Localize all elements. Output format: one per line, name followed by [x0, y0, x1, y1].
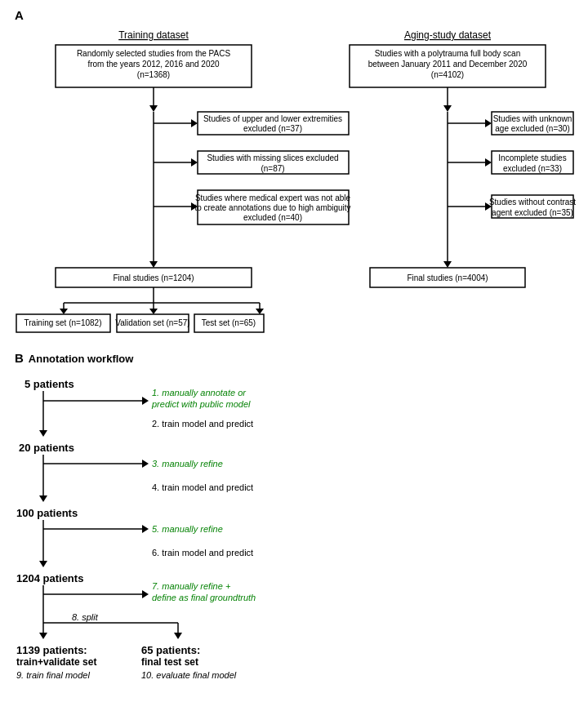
svg-text:Studies with missing slices ex: Studies with missing slices excluded [207, 153, 338, 162]
svg-marker-87 [142, 525, 149, 533]
svg-text:(n=87): (n=87) [261, 164, 284, 173]
svg-marker-95 [142, 590, 149, 598]
svg-text:Validation set (n=57): Validation set (n=57) [115, 318, 189, 327]
svg-text:Test set (n=65): Test set (n=65) [202, 318, 256, 327]
svg-text:Incomplete studies: Incomplete studies [498, 153, 566, 162]
svg-text:1204 patients: 1204 patients [16, 572, 83, 584]
svg-marker-55 [485, 158, 492, 167]
svg-text:4. train model and predict: 4. train model and predict [152, 482, 253, 492]
svg-text:8. split: 8. split [72, 612, 99, 622]
section-b-label: B [15, 351, 24, 365]
svg-text:(n=1368): (n=1368) [137, 70, 170, 79]
svg-text:excluded (n=37): excluded (n=37) [243, 124, 302, 133]
svg-text:100 patients: 100 patients [16, 507, 78, 519]
svg-marker-50 [485, 119, 492, 127]
svg-text:Randomly selected studies from: Randomly selected studies from the PACS [77, 49, 231, 58]
annotation-workflow-title: Annotation workflow [29, 353, 134, 365]
svg-text:agent excluded (n=35): agent excluded (n=35) [492, 208, 573, 217]
svg-text:(n=4102): (n=4102) [431, 70, 464, 79]
svg-marker-74 [39, 430, 47, 437]
svg-marker-39 [256, 309, 264, 314]
svg-text:10. evaluate final model: 10. evaluate final model [141, 670, 237, 680]
section-a-label: A [15, 8, 24, 22]
svg-text:Training set (n=1082): Training set (n=1082) [24, 318, 102, 327]
svg-marker-79 [142, 460, 149, 468]
flowchart-a: Training dataset Aging-study dataset Ran… [15, 27, 577, 341]
svg-text:65 patients:: 65 patients: [141, 644, 200, 656]
svg-text:Studies with unknown: Studies with unknown [493, 114, 572, 123]
svg-text:1. manually annotate or: 1. manually annotate or [152, 388, 247, 398]
svg-text:7. manually refine +: 7. manually refine + [152, 581, 231, 591]
svg-text:3. manually refine: 3. manually refine [152, 459, 223, 469]
svg-text:from the years 2012, 2016 and : from the years 2012, 2016 and 2020 [87, 60, 220, 69]
svg-marker-104 [174, 633, 182, 639]
svg-text:excluded  (n=40): excluded (n=40) [243, 213, 302, 222]
svg-marker-70 [142, 397, 149, 405]
svg-marker-14 [191, 119, 198, 127]
svg-marker-11 [149, 105, 158, 112]
svg-text:Final studies (n=4004): Final studies (n=4004) [407, 273, 488, 282]
svg-text:6. train model and predict: 6. train model and predict [152, 548, 253, 558]
svg-marker-35 [60, 309, 68, 314]
svg-marker-47 [443, 105, 452, 112]
svg-text:1139 patients:: 1139 patients: [16, 644, 87, 656]
svg-text:define as final groundtruth: define as final groundtruth [152, 593, 256, 602]
svg-marker-37 [149, 309, 158, 314]
svg-text:2. train model and predict: 2. train model and predict [152, 419, 253, 429]
svg-text:5 patients: 5 patients [24, 378, 74, 390]
svg-text:to create annotations due to h: to create annotations due to high ambigu… [194, 203, 350, 212]
svg-text:9. train final model: 9. train final model [16, 670, 90, 680]
svg-text:Final studies (n=1204): Final studies (n=1204) [113, 273, 194, 282]
svg-text:predict with public model: predict with public model [151, 399, 251, 409]
svg-marker-90 [39, 561, 47, 567]
svg-text:Aging-study dataset: Aging-study dataset [404, 29, 492, 41]
svg-text:Studies of upper and lower ext: Studies of upper and lower extremities [203, 114, 342, 123]
svg-text:Training dataset: Training dataset [118, 29, 189, 41]
svg-marker-102 [39, 633, 47, 639]
svg-text:excluded (n=33): excluded (n=33) [503, 164, 562, 173]
svg-text:20 patients: 20 patients [19, 442, 74, 454]
svg-marker-82 [39, 495, 47, 502]
svg-text:age excluded (n=30): age excluded (n=30) [495, 124, 569, 133]
svg-text:5. manually refine: 5. manually refine [152, 524, 223, 534]
svg-marker-64 [443, 261, 452, 268]
svg-text:Studies with a polytrauma full: Studies with a polytrauma full body scan [375, 49, 520, 58]
svg-text:Studies without contrast: Studies without contrast [489, 198, 576, 207]
svg-text:between January 2011 and Decem: between January 2011 and December 2020 [368, 60, 528, 69]
svg-text:final test set: final test set [141, 656, 198, 668]
svg-marker-19 [191, 158, 198, 167]
svg-text:train+validate set: train+validate set [16, 656, 96, 668]
svg-marker-29 [149, 261, 158, 268]
svg-text:Studies where medical expert w: Studies where medical expert was not abl… [195, 193, 351, 202]
flowchart-b: 5 patients 1. manually annotate or predi… [15, 370, 570, 696]
